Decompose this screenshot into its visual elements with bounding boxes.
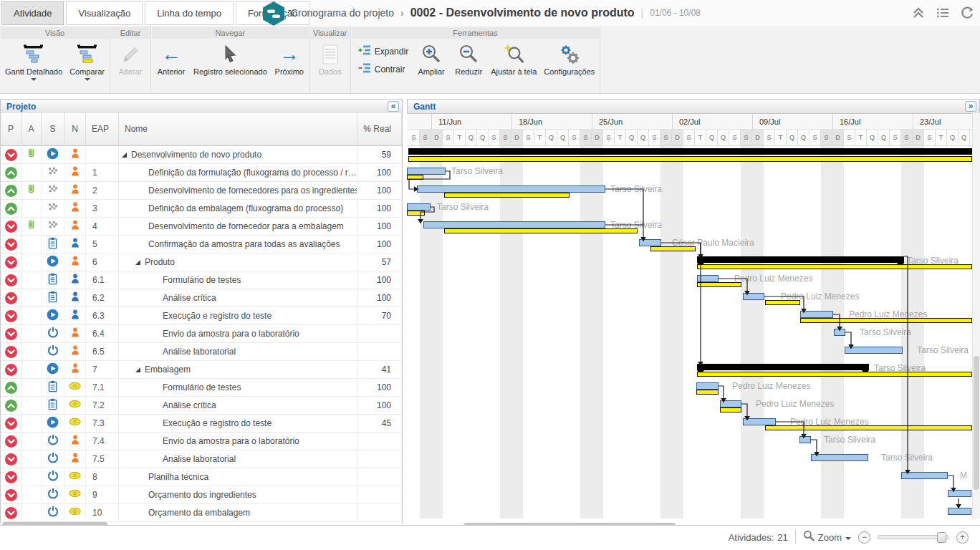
task-bar[interactable] [720,400,741,407]
table-row[interactable]: 7.5 Análise laboratorial [1,450,402,468]
baseline-bar[interactable] [407,175,423,180]
task-bar[interactable] [948,490,971,497]
configurações-button[interactable]: Configurações [540,40,598,92]
priority-cell [1,164,21,181]
power-icon [47,488,59,502]
table-row[interactable]: 4 Desenvolvimento de fornecedor para a e… [1,218,402,236]
ampliar-button[interactable]: Ampliar [413,40,450,92]
column-header-p[interactable]: P [1,113,21,145]
gantt-vertical-scrollbar[interactable] [974,356,979,490]
task-bar[interactable] [423,221,605,228]
table-row[interactable]: 6.1 Formulário de testes 100 [1,271,402,289]
task-bar[interactable] [417,185,605,193]
task-bar[interactable] [811,454,868,461]
table-row[interactable]: 2 Desenvolvimento de fornecedores para o… [1,182,402,200]
breadcrumb-section[interactable]: Cronograma do projeto [291,7,394,19]
task-bar[interactable] [407,203,431,211]
table-row[interactable]: 9 Orçamento dos ingredientes [1,486,402,504]
tab-visualização[interactable]: Visualização [66,1,143,25]
table-row[interactable]: 6.3 Execução e registro do teste 70 [1,307,402,325]
table-row[interactable]: 3 Definição da embalagem (fluxograma do … [1,200,402,218]
zoom-in-button[interactable]: + [956,531,969,544]
status-cell [42,236,64,253]
percent-real-cell: 100 [357,271,402,289]
zoom-out-button[interactable]: − [858,531,870,544]
summary-bar[interactable] [697,256,904,263]
table-row[interactable]: 8 Planilha técnica [1,468,402,486]
baseline-bar[interactable] [408,156,972,162]
task-bar[interactable] [799,436,811,443]
column-header-nome[interactable]: Nome [119,113,357,145]
status-cell [42,182,64,199]
próximo-button[interactable]: → Próximo [271,40,308,92]
summary-bar[interactable] [408,148,972,155]
gantt-detalhado-button[interactable]: Gantt Detalhado [1,40,66,92]
anterior-button[interactable]: ← Anterior [153,40,190,92]
task-bar[interactable] [743,293,764,300]
expand-panel-button[interactable]: » [965,101,976,112]
expanded-triangle-icon[interactable] [122,153,127,158]
collapse-panel-button[interactable]: « [388,101,399,112]
column-header-real[interactable]: % Real [357,113,402,145]
summary-bar[interactable] [697,364,869,370]
task-bar[interactable] [834,329,845,336]
ajustar-à-tela-button[interactable]: Ajustar à tela [487,40,540,92]
zoom-slider[interactable] [878,535,949,539]
task-bar[interactable] [800,311,833,318]
task-bar[interactable] [743,418,776,425]
collapse-ribbon-icon[interactable] [911,6,926,23]
baseline-bar[interactable] [444,228,638,233]
table-row[interactable]: 7.1 Formulário de testes 100 [1,379,402,397]
column-header-eap[interactable]: EAP [86,113,119,145]
eye-icon [69,417,81,430]
task-bar[interactable] [639,239,661,246]
assignee-cell [64,146,86,163]
task-bar[interactable] [697,275,719,282]
table-row[interactable]: 7 Embalagem 41 [1,361,402,379]
column-header-s[interactable]: S [42,113,64,145]
baseline-bar[interactable] [407,211,425,216]
table-row[interactable]: 7.3 Execução e registro do teste 45 [1,415,402,433]
attachment-cell [21,307,42,324]
expandir-button[interactable]: Expandir [358,44,408,58]
table-row[interactable]: 6 Produto 57 [1,254,402,271]
table-row[interactable]: 7.2 Análise crítica 100 [1,397,402,415]
attachment-cell [21,415,42,432]
table-row[interactable]: 6.5 Análise laboratorial [1,343,402,361]
baseline-bar[interactable] [697,372,972,377]
tab-linha-do-tempo[interactable]: Linha do tempo [145,1,234,25]
task-bar[interactable] [948,508,971,515]
priority-chevron-down-icon [5,453,17,465]
expanded-triangle-icon[interactable] [135,260,140,265]
table-row[interactable]: 10 Orçamento da embalagem [1,504,402,522]
table-row[interactable]: 6.4 Envio da amostra para o laboratório [1,325,402,343]
task-bar[interactable] [407,168,446,175]
registro-selecionado-button[interactable]: Registro selecionado [190,40,271,92]
ribbon-group-label: Visualizar [311,27,350,39]
activities-label: Atividades: [729,532,774,543]
table-row[interactable]: 7.4 Envio da amostra para o laboratório [1,433,402,450]
baseline-bar[interactable] [444,193,570,198]
baseline-bar[interactable] [720,407,741,412]
tab-atividade[interactable]: Atividade [1,1,64,25]
table-row[interactable]: 5 Confirmação da amostra para todas as a… [1,236,402,254]
comparar-button[interactable]: Comparar [66,40,108,92]
zoom-menu[interactable]: Zoom [803,530,851,544]
table-row[interactable]: 1 Definição da formulação (fluxograma do… [1,164,402,182]
list-icon[interactable] [936,6,950,23]
refresh-icon[interactable] [960,6,974,23]
column-header-n[interactable]: N [64,113,86,145]
table-row[interactable]: 6.2 Análise crítica 100 [1,289,402,307]
task-bar[interactable] [696,382,719,390]
reduzir-button[interactable]: Reduzir [450,40,487,92]
table-row[interactable]: Desenvolvimento de novo produto 59 [1,146,402,164]
task-bar[interactable] [901,472,948,479]
column-header-a[interactable]: A [21,113,42,145]
task-bar[interactable] [845,347,903,354]
baseline-bar[interactable] [696,390,719,395]
expanded-triangle-icon[interactable] [135,367,140,372]
task-name: Execução e registro do teste [163,311,272,321]
zoom-slider-thumb[interactable] [937,532,946,543]
assignee-cell [64,236,86,253]
contrair-button[interactable]: Contrair [358,62,408,76]
